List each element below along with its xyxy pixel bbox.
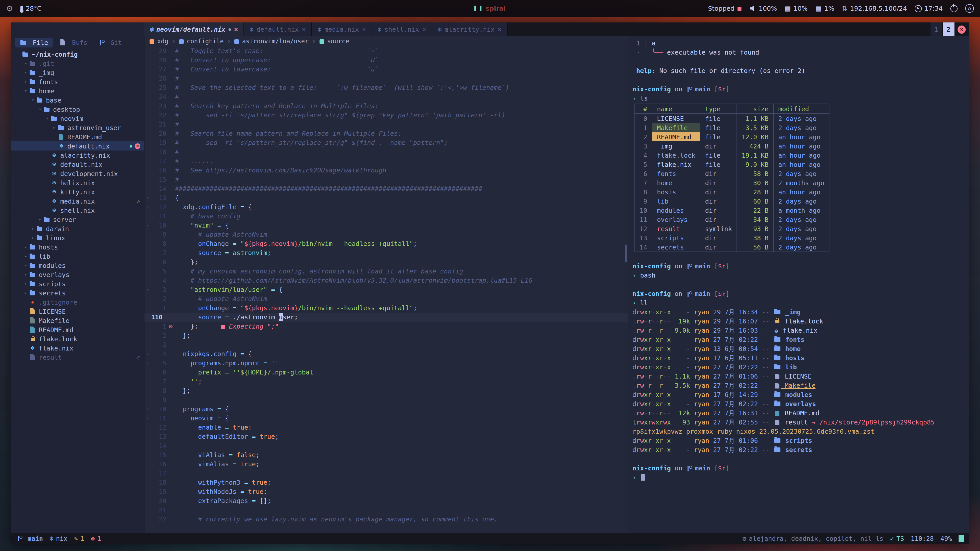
editor-line[interactable]: 110 source = ./astronvim_user; xyxy=(145,313,628,322)
editor-line[interactable]: 28# Convert to uppercase: `U` xyxy=(145,56,628,65)
buffer-tab[interactable]: ❄shell.nix× xyxy=(372,22,432,36)
editor-line[interactable]: 5 # my cusotom astronvim config, astronv… xyxy=(145,267,628,276)
close-all-button[interactable]: × xyxy=(958,25,966,33)
tabpage-1[interactable]: 1 xyxy=(930,22,942,36)
network-indicator[interactable]: ⇅ 192.168.5.100/24 xyxy=(842,5,907,12)
editor-line[interactable]: 4 # https://github.com/AstroNvim/AstroNv… xyxy=(145,276,628,285)
editor-line[interactable]: 16# See https://astronvim.com/Basic%20Us… xyxy=(145,166,628,175)
tree-item[interactable]: ▸server xyxy=(11,215,144,224)
editor-line[interactable]: ▾11 neovim = { xyxy=(145,414,628,423)
volume-indicator[interactable]: 100% xyxy=(749,5,777,12)
tree-item[interactable]: ▸.git xyxy=(11,59,144,68)
tree-item[interactable]: ❄flake.nix xyxy=(11,343,144,353)
editor-line[interactable]: 19 withNodeJs = true; xyxy=(145,487,628,496)
breadcrumb-item[interactable]: xdg xyxy=(150,38,168,45)
editor-line[interactable]: 8 onChange = "${pkgs.neovim}/bin/nvim --… xyxy=(145,239,628,248)
editor-line[interactable]: ▾4 nixpkgs.config = { xyxy=(145,349,628,359)
tree-item[interactable]: ❄kitty.nix xyxy=(11,187,144,197)
editor-line[interactable]: 14######################################… xyxy=(145,184,628,193)
tab-close-icon[interactable]: × xyxy=(234,25,238,33)
terminal-pane[interactable]: 1 │ a · ╰── executable was not found hel… xyxy=(628,36,969,533)
editor-line[interactable]: 17# ...... xyxy=(145,157,628,166)
editor-line[interactable]: ▾10 programs = { xyxy=(145,405,628,414)
editor-line[interactable]: 2 }; xyxy=(145,331,628,340)
clock-indicator[interactable]: 17:34 xyxy=(915,5,943,12)
tree-item[interactable]: ❄helix.nix xyxy=(11,178,144,187)
buffer-tab[interactable]: ❄neovim/default.nix●× xyxy=(144,22,244,36)
tree-item[interactable]: ▸modules xyxy=(11,261,144,270)
editor-scrollbar[interactable] xyxy=(625,245,627,262)
editor-line[interactable]: 1 onChange = "${pkgs.neovim}/bin/nvim --… xyxy=(145,303,628,313)
editor-line[interactable]: 29# Toggle text's case: `~` xyxy=(145,46,628,56)
close-icon[interactable]: × xyxy=(135,143,140,149)
memory-indicator[interactable]: ▤ 10% xyxy=(785,5,808,12)
tree-item[interactable]: LICENSE xyxy=(11,306,144,316)
editor-line[interactable]: 18 withPython3 = true; xyxy=(145,478,628,487)
editor-line[interactable]: 16 vimAlias = true; xyxy=(145,460,628,469)
tree-item[interactable]: ▸scripts xyxy=(11,279,144,288)
editor-line[interactable]: ▾12 xdg.configFile = { xyxy=(145,203,628,212)
editor-line[interactable]: 20# Search file name pattern and Replace… xyxy=(145,129,628,138)
sidebar-tab-bufs[interactable]: Bufs xyxy=(55,38,92,47)
editor-line[interactable]: 22# sed -ri "s/pattern_str/replace_str/g… xyxy=(145,111,628,120)
sidebar-tab-file[interactable]: File xyxy=(15,38,52,47)
tree-item[interactable]: ▸_img xyxy=(11,68,144,77)
editor-line[interactable]: 7 source = astronvim; xyxy=(145,248,628,258)
editor-line[interactable]: 17 xyxy=(145,469,628,478)
player-status[interactable]: Stopped ■ xyxy=(708,5,742,12)
tree-item[interactable]: ▸astronvim_user xyxy=(11,123,144,132)
tree-item[interactable]: ▸secrets xyxy=(11,288,144,297)
breadcrumb-item[interactable]: source xyxy=(319,38,349,45)
editor-line[interactable]: 21 xyxy=(145,506,628,515)
error-count-segment[interactable]: ⊗ 1 xyxy=(91,534,101,542)
editor-line[interactable]: ▾3 "astronvim/lua/user" = { xyxy=(145,285,628,294)
tab-close-icon[interactable]: × xyxy=(362,25,366,33)
editor-line[interactable]: 6 }; xyxy=(145,258,628,267)
editor-line[interactable]: 18# xyxy=(145,148,628,157)
tree-item[interactable]: ▸fonts xyxy=(11,77,144,86)
cpu-indicator[interactable]: ▦ 1% xyxy=(815,5,834,12)
buffer-tab[interactable]: ❄default.nix× xyxy=(244,22,312,36)
tree-item[interactable]: ▸darwin xyxy=(11,224,144,233)
tab-close-icon[interactable]: × xyxy=(498,25,502,33)
editor-line[interactable]: 21# xyxy=(145,120,628,129)
editor-line[interactable]: 12 enable = true; xyxy=(145,423,628,432)
editor-line[interactable]: ▾10 "nvim" = { xyxy=(145,221,628,230)
tree-item[interactable]: ▾base xyxy=(11,95,144,105)
tree-item[interactable]: result○ xyxy=(11,353,144,362)
tree-item[interactable]: ▾desktop xyxy=(11,105,144,114)
git-branch-segment[interactable]: main xyxy=(16,534,43,542)
editor-line[interactable]: 11 # base config xyxy=(145,212,628,221)
tree-item[interactable]: README.md xyxy=(11,325,144,334)
tree-item[interactable]: ❄default.nix●× xyxy=(11,141,144,151)
editor-line[interactable]: 9 xyxy=(145,395,628,405)
editor-line[interactable]: 22 # currently we use lazy.nvim as neovi… xyxy=(145,515,628,524)
editor-line[interactable]: 15# xyxy=(145,175,628,184)
breadcrumb-item[interactable]: astronvim/lua/user xyxy=(234,38,309,45)
editor-pane[interactable]: xdg›configFile›astronvim/lua/user›source… xyxy=(144,36,628,533)
tree-item[interactable]: ~/nix-config xyxy=(11,49,144,59)
editor-line[interactable]: 15 viAlias = false; xyxy=(145,451,628,460)
editor-line[interactable]: ▾13{ xyxy=(145,193,628,203)
editor-line[interactable]: 9 # update AstroNvim xyxy=(145,230,628,239)
editor-line[interactable]: 14 xyxy=(145,441,628,451)
tree-item[interactable]: ▸linux xyxy=(11,233,144,242)
editor-line[interactable]: 1⊗ }; ■ Expecting ";" xyxy=(145,322,628,331)
editor-line[interactable]: 7 ''; xyxy=(145,377,628,386)
editor-line[interactable]: 13 defaultEditor = true; xyxy=(145,432,628,441)
tab-close-icon[interactable]: × xyxy=(422,25,426,33)
tree-item[interactable]: README.md xyxy=(11,132,144,141)
tree-item[interactable]: ▸hosts xyxy=(11,242,144,251)
tabpage-2[interactable]: 2 xyxy=(942,22,955,36)
editor-line[interactable]: 20 extraPackages = []; xyxy=(145,496,628,506)
editor-line[interactable]: 8 }; xyxy=(145,386,628,395)
editor-line[interactable]: 2 # update AstroNvim xyxy=(145,294,628,303)
buffer-tab[interactable]: ❄media.nix× xyxy=(312,22,372,36)
editor-line[interactable]: 26# xyxy=(145,74,628,83)
tree-item[interactable]: ◆.gitignore xyxy=(11,297,144,306)
sidebar-tab-git[interactable]: Git xyxy=(94,38,126,47)
modified-count-segment[interactable]: ✎ 1 xyxy=(74,534,84,542)
tree-item[interactable]: ❄media.nix⚠ xyxy=(11,197,144,206)
tree-item[interactable]: ❄default.nix xyxy=(11,160,144,169)
power-button[interactable] xyxy=(950,5,958,12)
